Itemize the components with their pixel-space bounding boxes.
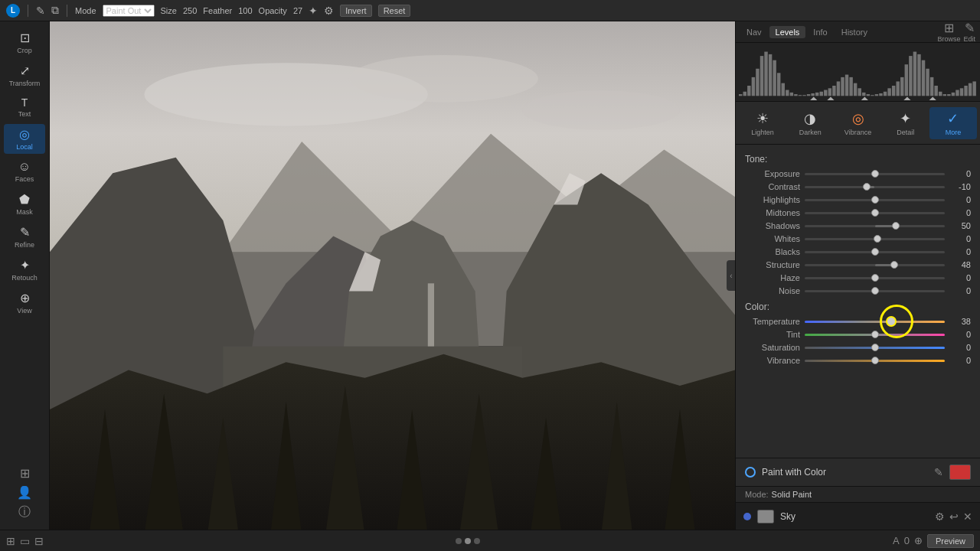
grid-view-icon[interactable]: ⊞: [6, 535, 15, 547]
add-layer-icon[interactable]: ⊞: [20, 466, 30, 481]
nav-dot-1[interactable]: [456, 538, 462, 544]
bottom-bar-left-icons: ⊞ ▭ ⊟: [6, 535, 44, 547]
text-label: Text: [18, 110, 31, 118]
haze-thumb[interactable]: [871, 274, 879, 282]
structure-track[interactable]: [805, 264, 945, 266]
saturation-track[interactable]: [805, 347, 945, 349]
whites-thumb[interactable]: [874, 235, 881, 243]
sidebar-item-transform[interactable]: ⤢ Transform: [4, 60, 45, 90]
blacks-thumb[interactable]: [871, 248, 879, 256]
sky-close-icon[interactable]: ✕: [963, 510, 972, 523]
saturation-thumb[interactable]: [871, 344, 879, 351]
blacks-track[interactable]: [805, 251, 945, 253]
sidebar-item-crop[interactable]: ⊡ Crop: [4, 28, 45, 57]
highlights-value: 0: [949, 195, 971, 204]
mode-bar-label: Mode:: [745, 490, 769, 499]
contrast-thumb[interactable]: [863, 183, 871, 191]
sidebar-item-mask[interactable]: ⬟ Mask: [4, 189, 45, 219]
tab-nav[interactable]: Nav: [740, 26, 768, 38]
tab-more[interactable]: ✓ More: [929, 107, 977, 139]
top-toolbar: L ✎ ⧉ Mode Paint Out Paint In Size 250 F…: [0, 0, 980, 21]
sky-settings-icon[interactable]: ⚙: [935, 510, 945, 523]
shadows-thumb[interactable]: [892, 222, 900, 230]
svg-rect-39: [802, 95, 805, 96]
contrast-track[interactable]: [805, 186, 945, 188]
nav-dot-2[interactable]: [465, 538, 471, 544]
eyedropper-icon[interactable]: ✦: [309, 5, 318, 17]
svg-rect-77: [964, 86, 967, 96]
crop-icon: ⊡: [20, 31, 30, 45]
reset-button[interactable]: Reset: [378, 5, 411, 17]
sidebar-item-local[interactable]: ◎ Local: [4, 124, 45, 154]
help-icon[interactable]: ⓘ: [18, 504, 31, 520]
saturation-value: 0: [949, 343, 971, 352]
temperature-track[interactable]: [805, 321, 945, 323]
preview-button[interactable]: Preview: [927, 534, 974, 548]
noise-thumb[interactable]: [871, 287, 879, 295]
browse-button[interactable]: ⊞ Browse: [937, 21, 960, 43]
sky-swatch[interactable]: [757, 510, 774, 523]
noise-track[interactable]: [805, 290, 945, 292]
tab-lighten[interactable]: ☀ Lighten: [739, 107, 786, 139]
settings-icon[interactable]: ⚙: [324, 5, 334, 17]
compare-view-icon[interactable]: ⊟: [34, 535, 44, 547]
tab-detail[interactable]: ✦ Detail: [882, 107, 929, 139]
midtones-thumb[interactable]: [871, 209, 879, 217]
edit-button[interactable]: ✎ Edit: [963, 21, 975, 43]
sky-visibility-dot[interactable]: [743, 513, 751, 520]
single-view-icon[interactable]: ▭: [20, 535, 30, 547]
tint-track[interactable]: [805, 334, 945, 336]
svg-rect-34: [782, 83, 785, 96]
sidebar-item-faces[interactable]: ☺ Faces: [4, 157, 45, 186]
paint-checkbox[interactable]: [745, 467, 756, 478]
sky-undo-icon[interactable]: ↩: [949, 510, 959, 523]
noise-row: Noise 0: [745, 286, 971, 295]
tint-thumb[interactable]: [871, 331, 879, 338]
format-icon[interactable]: A: [893, 535, 900, 546]
haze-track[interactable]: [805, 277, 945, 279]
highlights-thumb[interactable]: [871, 196, 879, 204]
vibrance-thumb[interactable]: [871, 357, 879, 364]
shadows-label: Shadows: [745, 221, 800, 230]
whites-track[interactable]: [805, 238, 945, 240]
sidebar-item-retouch[interactable]: ✦ Retouch: [4, 255, 45, 285]
vibrance-track[interactable]: [805, 360, 945, 362]
tab-levels[interactable]: Levels: [769, 26, 806, 38]
structure-thumb[interactable]: [890, 261, 898, 269]
sidebar-item-view[interactable]: ⊕ View: [4, 288, 45, 318]
tab-info[interactable]: Info: [807, 26, 833, 38]
tab-history[interactable]: History: [835, 26, 874, 38]
invert-button[interactable]: Invert: [340, 5, 372, 17]
paint-color-swatch[interactable]: [949, 465, 971, 480]
exposure-track[interactable]: [805, 173, 945, 175]
temperature-thumb[interactable]: [886, 316, 897, 327]
highlights-label: Highlights: [745, 195, 800, 204]
zoom-icon[interactable]: ⊕: [914, 535, 923, 546]
tab-vibrance[interactable]: ◎ Vibrance: [834, 107, 881, 139]
nav-dot-3[interactable]: [474, 538, 480, 544]
sidebar-item-refine[interactable]: ✎ Refine: [4, 222, 45, 252]
exposure-thumb[interactable]: [871, 170, 879, 178]
noise-value: 0: [949, 286, 971, 295]
retouch-label: Retouch: [11, 274, 38, 282]
highlights-track[interactable]: [805, 199, 945, 201]
svg-rect-79: [972, 81, 975, 96]
svg-rect-73: [947, 94, 950, 96]
svg-rect-32: [773, 60, 776, 96]
canvas-area[interactable]: ‹: [50, 21, 735, 530]
sidebar-item-text[interactable]: T Text: [4, 93, 45, 121]
transform-icon: ⤢: [20, 64, 30, 78]
refine-label: Refine: [15, 241, 34, 249]
shadows-track[interactable]: [805, 225, 945, 227]
svg-rect-63: [905, 64, 908, 96]
toolbar-brush2-icon: ⧉: [51, 4, 59, 17]
mode-select[interactable]: Paint Out Paint In: [103, 5, 155, 17]
midtones-track[interactable]: [805, 212, 945, 214]
panel-collapse-handle[interactable]: ‹: [727, 260, 735, 291]
toolbar-sep-2: [67, 5, 67, 17]
svg-rect-31: [769, 54, 772, 96]
paint-pencil-icon[interactable]: ✎: [934, 466, 943, 478]
rating-icon[interactable]: 0: [904, 535, 910, 546]
person-icon[interactable]: 👤: [17, 485, 32, 500]
tab-darken[interactable]: ◑ Darken: [786, 107, 834, 139]
